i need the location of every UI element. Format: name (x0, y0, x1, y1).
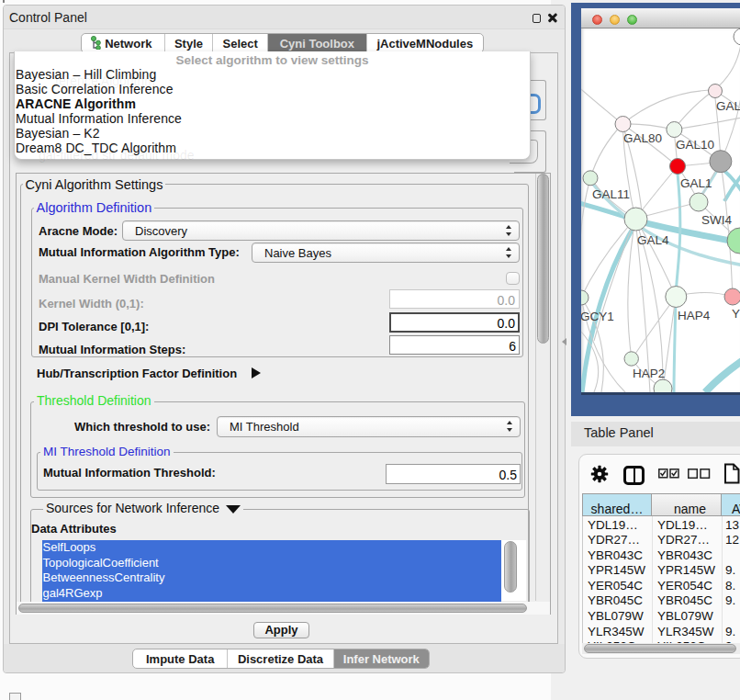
svg-text:GAL4: GAL4 (637, 233, 669, 247)
svg-text:GAL8: GAL8 (716, 99, 740, 113)
svg-text:GAL10: GAL10 (676, 138, 714, 152)
svg-text:GAL1: GAL1 (680, 176, 712, 190)
svg-text:HAP4: HAP4 (678, 309, 711, 322)
svg-text:HAP2: HAP2 (633, 367, 665, 380)
svg-text:Y: Y (732, 307, 740, 321)
svg-text:GAL80: GAL80 (623, 131, 662, 145)
svg-text:GCY1: GCY1 (581, 310, 614, 323)
svg-text:SWI4: SWI4 (701, 213, 732, 227)
svg-text:GAL11: GAL11 (592, 187, 630, 201)
